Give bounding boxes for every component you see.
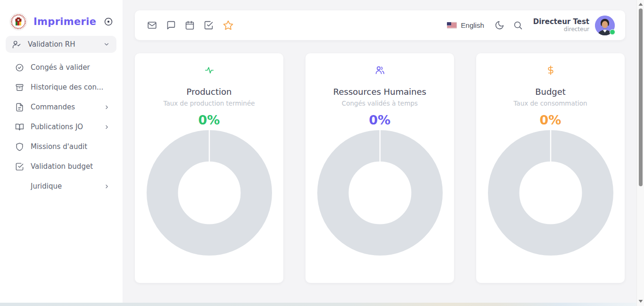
card-percent-value: 0% <box>540 113 561 127</box>
sidebar-menu: Congés à valider Historique des con... C… <box>6 58 116 196</box>
sidebar-item-label: Commandes <box>31 103 75 111</box>
sidebar-item-historique-conges[interactable]: Historique des con... <box>6 77 116 97</box>
donut-chart-rh <box>317 130 443 256</box>
user-name: Directeur Test <box>533 17 589 26</box>
calendar-button[interactable] <box>184 19 196 31</box>
card-percent-value: 0% <box>369 113 391 127</box>
check-square-icon <box>204 20 214 30</box>
sidebar-item-publications-jo[interactable]: Publications JO <box>6 117 116 137</box>
mail-icon <box>147 20 157 30</box>
archive-icon <box>15 83 24 92</box>
sidebar-item-validation-budget[interactable]: Validation budget <box>6 157 116 176</box>
sidebar-item-label: Missions d'audit <box>31 142 87 151</box>
moon-icon <box>495 20 504 30</box>
avatar <box>595 16 615 35</box>
card-production: Production Taux de production terminée 0… <box>135 53 283 283</box>
user-menu[interactable]: Directeur Test directeur <box>533 16 615 35</box>
sidebar-item-label: Juridique <box>31 182 62 190</box>
sidebar-item-validation-rh[interactable]: Validation RH <box>6 36 116 53</box>
sidebar-item-label: Historique des con... <box>31 83 103 91</box>
card-subtitle: Taux de production terminée <box>163 99 255 107</box>
search-button[interactable] <box>512 19 524 31</box>
chevron-right-icon <box>104 183 110 190</box>
sidebar-item-juridique[interactable]: Juridique <box>6 176 116 196</box>
sidebar-item-commandes[interactable]: Commandes <box>6 97 116 117</box>
language-label: English <box>461 21 484 29</box>
topbar: English Directeur Test directeur <box>135 10 625 40</box>
chevron-down-icon <box>103 41 110 48</box>
circle-dot-icon <box>104 17 113 26</box>
favorites-button[interactable] <box>222 19 235 32</box>
calendar-icon <box>185 20 195 30</box>
sidebar-item-missions-audit[interactable]: Missions d'audit <box>6 137 116 157</box>
dark-mode-toggle[interactable] <box>494 19 505 31</box>
check-square-icon <box>15 162 24 171</box>
sidebar-collapse-button[interactable] <box>103 16 114 27</box>
brand-link[interactable]: Imprimerie <box>9 13 96 31</box>
vertical-scrollbar[interactable] <box>636 0 644 306</box>
online-status-dot <box>610 29 615 35</box>
card-title: Budget <box>535 87 566 97</box>
card-subtitle: Taux de consommation <box>513 99 587 107</box>
user-text: Directeur Test directeur <box>533 17 589 33</box>
users-icon <box>375 65 385 75</box>
chevron-right-icon <box>104 104 110 110</box>
sidebar: Imprimerie Validation RH <box>0 0 123 303</box>
topbar-right: English Directeur Test directeur <box>447 16 615 35</box>
sidebar-item-label: Validation budget <box>31 162 93 171</box>
book-open-icon <box>15 123 24 132</box>
tasks-button[interactable] <box>203 19 215 31</box>
chat-button[interactable] <box>165 19 177 31</box>
card-budget: Budget Taux de consommation 0% <box>476 53 625 283</box>
activity-icon <box>204 65 215 75</box>
horizontal-scrollbar[interactable] <box>0 303 636 306</box>
scroll-down-arrow[interactable] <box>638 299 643 303</box>
sidebar-item-conges-a-valider[interactable]: Congés à valider <box>6 58 116 77</box>
dollar-icon <box>545 65 556 75</box>
mail-button[interactable] <box>146 19 158 31</box>
sidebar-item-label: Congés à valider <box>31 63 90 72</box>
search-icon <box>513 20 523 30</box>
card-percent-value: 0% <box>198 113 220 127</box>
scroll-up-arrow[interactable] <box>638 2 643 6</box>
check-circle-icon <box>15 63 24 72</box>
user-check-icon <box>12 40 21 49</box>
sidebar-item-label: Publications JO <box>31 123 83 131</box>
donut-chart-production <box>147 130 272 256</box>
card-title: Ressources Humaines <box>333 87 426 97</box>
printer-emblem-logo <box>9 13 27 31</box>
language-selector[interactable]: English <box>447 21 484 29</box>
card-subtitle: Congés validés à temps <box>342 99 418 107</box>
donut-chart-budget <box>488 130 613 256</box>
star-icon <box>223 20 234 31</box>
scrollbar-thumb[interactable] <box>639 8 643 186</box>
shield-icon <box>15 142 24 151</box>
brand-row: Imprimerie <box>9 11 114 32</box>
us-flag-icon <box>447 22 457 28</box>
message-icon <box>166 20 176 30</box>
card-title: Production <box>187 87 232 97</box>
topbar-quick-icons <box>146 19 235 32</box>
user-role: directeur <box>533 26 589 33</box>
file-text-icon <box>15 103 24 112</box>
card-ressources-humaines: Ressources Humaines Congés validés à tem… <box>305 53 454 283</box>
sidebar-item-label: Validation RH <box>28 40 75 49</box>
brand-name: Imprimerie <box>33 16 96 27</box>
chevron-right-icon <box>104 124 110 130</box>
